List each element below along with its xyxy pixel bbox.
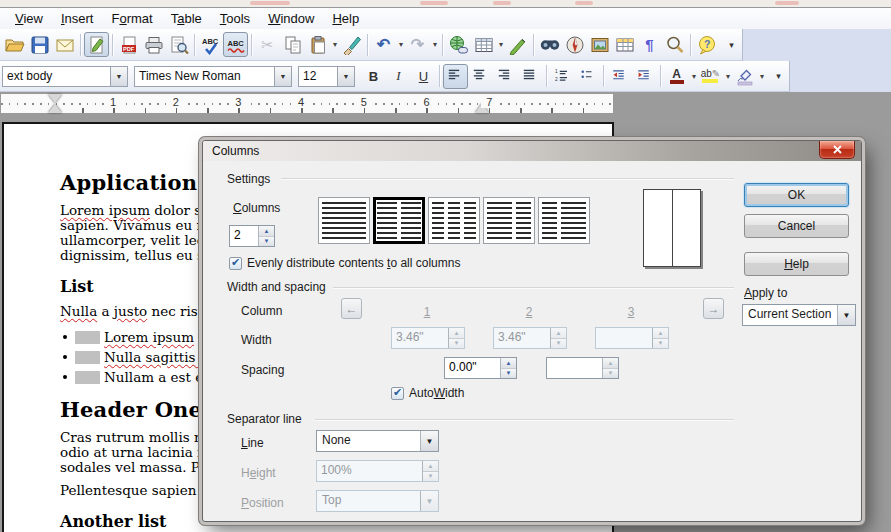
height-field: 100% ▲▼ [316,460,439,482]
save-button[interactable] [27,32,52,57]
highlight-button[interactable]: ab✎ [698,64,723,89]
chevron-down-icon[interactable]: ▼ [274,67,291,86]
spacing-field-1[interactable]: 0.00" ▲▼ [444,357,517,379]
ruler-row: 1234567 [0,92,891,116]
numbered-list-button[interactable]: 12 [550,64,575,89]
help-button[interactable]: ? [694,32,719,57]
overflow-button[interactable]: ▾ [766,64,791,89]
undo-button[interactable]: ↶ [371,32,396,57]
paragraph-style-combo[interactable]: ext body ▼ [2,66,128,87]
evenly-distribute-checkbox[interactable]: ✔ Evenly distribute contents to all colu… [229,257,460,270]
formatting-marks-button[interactable]: ¶ [637,32,662,57]
clone-formatting-button[interactable] [339,32,364,57]
spelling-button[interactable]: ABC [198,32,223,57]
decrease-indent-button[interactable] [607,64,632,89]
chevron-down-icon[interactable]: ▾ [690,72,698,81]
chevron-down-icon[interactable]: ▾ [758,72,766,81]
group-divider [315,419,734,420]
menu-format[interactable]: Format [102,9,161,28]
column-number-2: 2 [518,305,540,319]
paste-button[interactable] [305,32,330,57]
position-dropdown: Top ▼ [316,490,439,512]
align-right-icon [498,68,514,84]
font-size-combo[interactable]: 12 ▼ [298,66,355,87]
page-preview-button[interactable] [166,32,191,57]
edit-file-button[interactable] [84,32,109,57]
increase-indent-button[interactable] [632,64,657,89]
gallery-button[interactable] [587,32,612,57]
chevron-down-icon[interactable]: ▼ [110,67,127,86]
font-name-value: Times New Roman [135,69,274,83]
spin-down-icon[interactable]: ▼ [259,236,274,247]
dialog-titlebar[interactable]: Columns [203,141,861,161]
chevron-down-icon[interactable]: ▼ [837,305,855,325]
draw-functions-button[interactable] [505,32,530,57]
align-right-button[interactable] [493,64,518,89]
preset-three-columns[interactable] [428,197,480,244]
italic-button[interactable]: I [386,64,411,89]
open-button[interactable] [2,32,27,57]
columns-count-spinner[interactable]: 2 ▲▼ [229,225,275,247]
previous-column-button[interactable]: ← [341,298,362,319]
spin-down-icon[interactable]: ▼ [501,368,516,379]
chevron-down-icon[interactable]: ▾ [397,40,405,49]
menu-table[interactable]: Table [162,9,211,28]
close-button[interactable] [819,141,855,159]
spacing-label: Spacing [241,363,284,377]
data-sources-button[interactable] [612,32,637,57]
ruler[interactable]: 1234567 [0,93,614,114]
bullet-list-button[interactable] [575,64,600,89]
export-pdf-button[interactable]: PDF [116,32,141,57]
line-style-dropdown[interactable]: None ▼ [316,430,439,452]
table-button[interactable] [471,32,496,57]
copy-button[interactable] [280,32,305,57]
navigator-button[interactable] [562,32,587,57]
chevron-down-icon[interactable]: ▾ [431,40,439,49]
menu-window[interactable]: Window [259,9,323,28]
chevron-down-icon[interactable]: ▼ [337,67,354,86]
ruler-number: 5 [356,96,372,108]
email-button[interactable] [52,32,77,57]
preset-two-columns-left[interactable] [483,197,535,244]
help-button[interactable]: Help [744,252,849,276]
preset-two-columns[interactable] [373,197,425,244]
menu-tools[interactable]: Tools [211,9,259,28]
menu-insert[interactable]: Insert [52,9,103,28]
align-left-button[interactable] [443,64,468,89]
apply-to-value: Current Section [743,305,837,325]
menu-help[interactable]: Help [323,9,368,28]
autowidth-checkbox[interactable]: ✔ AutoWidth [391,387,464,400]
preset-two-columns-right[interactable] [538,197,590,244]
ruler-number: 3 [230,96,246,108]
cut-button: ✂ [255,32,280,57]
justify-button[interactable] [518,64,543,89]
chevron-down-icon[interactable]: ▾ [331,40,339,49]
find-replace-button[interactable] [537,32,562,57]
background-color-button[interactable] [732,64,757,89]
font-color-button[interactable]: A [664,64,689,89]
increase-indent-icon [637,69,653,84]
spin-up-icon[interactable]: ▲ [501,358,516,368]
chevron-down-icon[interactable]: ▾ [497,40,505,49]
next-column-button[interactable]: → [703,298,724,319]
chevron-down-icon[interactable]: ▼ [420,431,438,451]
zoom-button[interactable] [662,32,687,57]
underline-button[interactable]: U [411,64,436,89]
indent-marker[interactable] [48,94,62,113]
spin-up-icon[interactable]: ▲ [259,226,274,236]
columns-count-label: Columns [233,201,280,215]
hyperlink-button[interactable] [446,32,471,57]
window-top-strip [0,0,891,7]
overflow-button[interactable]: ▾ [719,32,744,57]
print-button[interactable] [141,32,166,57]
align-center-button[interactable] [468,64,493,89]
auto-spellcheck-button[interactable]: ABC [223,32,248,57]
bold-button[interactable]: B [361,64,386,89]
cancel-button[interactable]: Cancel [744,214,849,238]
menu-view[interactable]: View [6,9,52,28]
ok-button[interactable]: OK [744,183,849,207]
font-name-combo[interactable]: Times New Roman ▼ [134,66,292,87]
chevron-down-icon[interactable]: ▾ [724,72,732,81]
apply-to-dropdown[interactable]: Current Section ▼ [742,304,856,326]
preset-one-column[interactable] [318,197,370,244]
